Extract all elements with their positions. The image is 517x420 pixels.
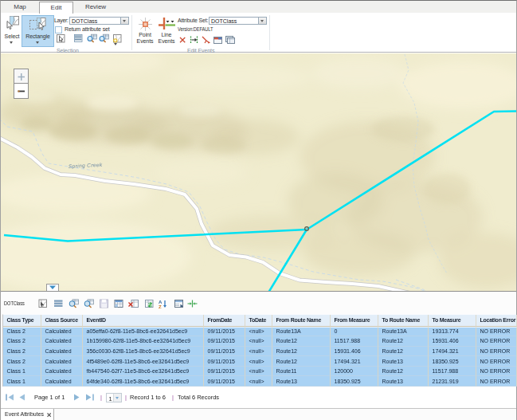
svg-text:Spring Creek: Spring Creek (69, 162, 103, 170)
svg-text:Z: Z (159, 304, 162, 309)
